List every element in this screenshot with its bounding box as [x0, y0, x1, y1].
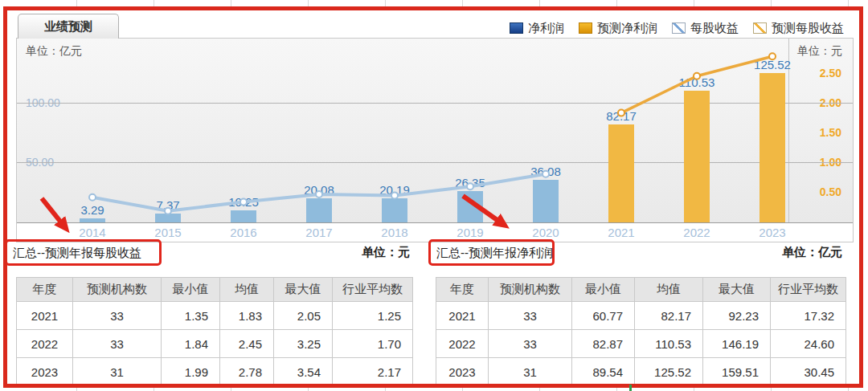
table-cell: 33	[73, 302, 162, 330]
bar-净利润-2020	[533, 180, 559, 222]
right-axis-tick: 1.50	[785, 126, 841, 139]
legend-item-0[interactable]: 净利润	[510, 21, 564, 36]
bar-value-label: 3.29	[63, 203, 122, 217]
column-header: 最小值	[572, 278, 635, 302]
table-cell: 2.78	[220, 358, 274, 386]
left-axis-unit-label: 单位：亿元	[26, 44, 82, 59]
table-cell: 1.25	[333, 302, 413, 330]
x-axis-label-2023: 2023	[743, 226, 802, 239]
bar-value-label: 26.35	[440, 176, 500, 189]
table-row: 2022331.842.453.251.70	[17, 330, 413, 358]
table-cell: 1.84	[162, 330, 220, 358]
bar-value-label: 7.37	[138, 198, 198, 212]
table-row: 20233189.54125.52159.5130.45	[436, 358, 846, 386]
column-header: 年度	[436, 278, 489, 302]
table-cell: 2022	[17, 330, 73, 358]
table-cell: 17.32	[771, 302, 846, 330]
bar-净利润-2016	[231, 210, 256, 222]
legend-item-1[interactable]: 预测净利润	[579, 21, 657, 36]
table-cell: 33	[489, 330, 572, 358]
column-header: 均值	[220, 278, 274, 302]
right-axis-tick: 0.50	[785, 185, 841, 198]
x-axis-label-2021: 2021	[592, 226, 651, 239]
table-row: 20213360.7782.1792.2317.32	[436, 302, 846, 330]
legend-label: 净利润	[528, 21, 564, 36]
line-series-layer	[17, 39, 853, 223]
x-axis-label-2016: 2016	[214, 226, 273, 239]
bar-swatch-icon	[579, 22, 592, 34]
column-header: 预测机构数	[73, 278, 162, 302]
gridline-100.00	[17, 103, 853, 104]
table-cell: 2023	[17, 358, 73, 386]
table-cell: 2021	[436, 302, 489, 330]
x-axis-label-2020: 2020	[516, 226, 575, 239]
table-cell: 1.83	[220, 302, 274, 330]
table-cell: 2021	[17, 302, 73, 330]
bar-预测净利润-2022	[684, 91, 710, 222]
table-cell: 31	[73, 358, 162, 386]
column-header: 行业平均数	[333, 278, 413, 302]
table-cell: 2022	[436, 330, 489, 358]
table-cell: 33	[489, 302, 572, 330]
background-grid-bottom	[0, 388, 868, 391]
table-row: 20223382.87110.53146.1924.60	[436, 330, 846, 358]
legend-item-2[interactable]: 每股收益	[672, 21, 739, 36]
bar-净利润-2018	[382, 198, 407, 222]
table-cell: 2023	[436, 358, 489, 386]
line-swatch-icon	[672, 22, 686, 34]
bar-swatch-icon	[510, 22, 523, 34]
column-header: 年度	[17, 278, 73, 302]
bar-净利润-2017	[306, 198, 332, 222]
table-cell: 1.70	[333, 330, 413, 358]
bar-净利润-2015	[155, 214, 181, 222]
legend-label: 每股收益	[690, 21, 739, 36]
x-axis-label-2022: 2022	[667, 226, 727, 239]
x-axis-label-2014: 2014	[63, 226, 122, 239]
x-axis-label-2018: 2018	[365, 226, 424, 239]
table-cell: 159.51	[703, 358, 771, 386]
bar-value-label: 82.17	[592, 109, 651, 123]
right-axis-unit-label: 单位：元	[797, 44, 842, 59]
bar-value-label: 125.52	[743, 58, 802, 71]
chart-plot-area: 单位：亿元 单位：元 100.0050.002.502.001.501.000.…	[17, 39, 853, 223]
column-header: 最大值	[703, 278, 771, 302]
annotation-box-netprofit-title: 汇总--预测年报净利润	[428, 239, 555, 266]
bar-预测净利润-2021	[608, 124, 634, 222]
table-cell: 60.77	[572, 302, 635, 330]
eps-forecast-table: 年度预测机构数最小值均值最大值行业平均数2021331.351.832.051.…	[16, 277, 413, 386]
section-unit-eps: 单位：元	[313, 245, 410, 260]
gridline-50.00	[17, 162, 853, 163]
table-cell: 3.25	[274, 330, 333, 358]
chart-panel: 单位：亿元 单位：元 100.0050.002.502.001.501.000.…	[16, 38, 854, 242]
bar-value-label: 20.08	[289, 183, 349, 197]
background-cell-marker	[629, 385, 632, 391]
tab-performance-forecast[interactable]: 业绩预测	[18, 14, 119, 39]
bar-value-label: 20.19	[365, 183, 424, 197]
line-marker	[89, 194, 96, 201]
table-cell: 82.17	[635, 302, 703, 330]
section-title-netprofit: 汇总--预测年报净利润	[431, 242, 552, 263]
table-cell: 2.05	[274, 302, 333, 330]
table-cell: 3.54	[274, 358, 333, 386]
table-cell: 2.17	[333, 358, 413, 386]
table-cell: 2.45	[220, 330, 274, 358]
table-header-row: 年度预测机构数最小值均值最大值行业平均数	[17, 278, 413, 302]
background-grid-top	[0, 0, 868, 6]
table-row: 2023311.992.783.542.17	[17, 358, 413, 386]
column-header: 最小值	[162, 278, 220, 302]
section-unit-netprofit: 单位：亿元	[730, 245, 842, 260]
legend-item-3[interactable]: 预测每股收益	[753, 21, 844, 36]
column-header: 行业平均数	[771, 278, 846, 302]
x-axis-label-2017: 2017	[289, 226, 349, 239]
table-cell: 24.60	[771, 330, 846, 358]
table-cell: 30.45	[771, 358, 846, 386]
table-cell: 1.99	[162, 358, 220, 386]
column-header: 最大值	[274, 278, 333, 302]
bar-value-label: 36.08	[516, 165, 575, 178]
annotation-box-eps-title: 汇总--预测年报每股收益	[5, 239, 162, 266]
table-cell: 89.54	[572, 358, 635, 386]
line-swatch-icon	[753, 22, 767, 34]
table-cell: 146.19	[703, 330, 771, 358]
bar-value-label: 110.53	[667, 75, 727, 89]
table-cell: 125.52	[635, 358, 703, 386]
